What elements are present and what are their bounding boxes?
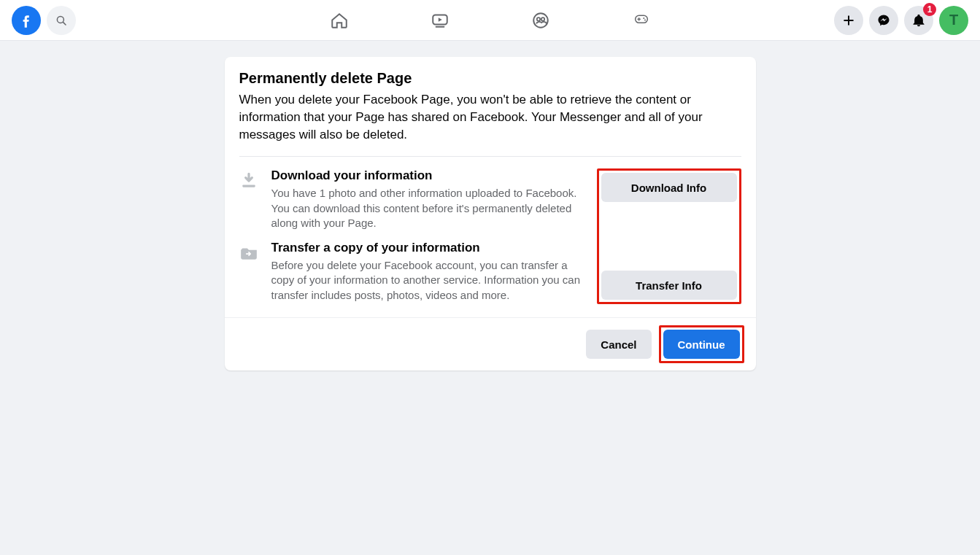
svg-line-1 [63,22,66,25]
download-info-button[interactable]: Download Info [601,173,737,202]
transfer-row: Transfer a copy of your information Befo… [239,241,582,303]
notifications-button[interactable]: 1 [904,6,933,35]
bell-icon [911,13,926,28]
continue-button[interactable]: Continue [663,330,740,359]
top-nav-right: 1 T [834,6,968,35]
facebook-logo[interactable] [12,6,41,35]
top-nav: 1 T [0,0,980,41]
card-footer: Cancel Continue [225,317,756,370]
card-title: Permanently delete Page [239,70,741,87]
action-highlight: Download Info Transfer Info [597,168,741,304]
divider [239,156,741,157]
delete-page-card: Permanently delete Page When you delete … [225,57,756,370]
continue-highlight: Continue [659,325,744,363]
watch-icon [431,11,450,30]
home-icon [330,11,349,30]
svg-point-5 [536,18,539,20]
gaming-icon [631,13,652,28]
cancel-button[interactable]: Cancel [586,330,651,359]
messenger-icon [876,13,891,28]
nav-gaming[interactable] [631,10,652,31]
card-description: When you delete your Facebook Page, you … [239,91,741,143]
search-button[interactable] [47,6,76,35]
nav-home[interactable] [329,10,350,31]
transfer-description: Before you delete your Facebook account,… [271,258,582,303]
groups-icon [531,11,550,30]
search-icon [55,14,68,27]
facebook-icon [17,11,36,30]
create-button[interactable] [834,6,863,35]
download-description: You have 1 photo and other information u… [271,186,582,230]
nav-watch[interactable] [430,10,450,31]
transfer-info-button[interactable]: Transfer Info [601,271,737,300]
download-row: Download your information You have 1 pho… [239,168,582,230]
svg-point-10 [643,18,644,19]
svg-point-6 [541,18,544,20]
profile-avatar[interactable]: T [939,6,968,35]
svg-point-11 [644,20,646,21]
plus-icon [841,13,856,28]
card-body: Permanently delete Page When you delete … [225,57,756,317]
page: Permanently delete Page When you delete … [0,41,980,370]
download-text: Download your information You have 1 pho… [271,168,582,230]
notifications-badge: 1 [923,3,936,16]
svg-rect-7 [635,15,647,23]
download-icon [239,171,261,193]
transfer-icon [239,244,261,265]
svg-point-4 [533,13,548,28]
action-column: Download Info Transfer Info [597,168,741,304]
transfer-text: Transfer a copy of your information Befo… [271,241,582,303]
svg-rect-14 [242,185,255,187]
transfer-title: Transfer a copy of your information [271,241,582,255]
top-nav-left [12,6,76,35]
nav-groups[interactable] [530,10,551,31]
top-nav-center [329,0,652,41]
messenger-button[interactable] [869,6,898,35]
download-title: Download your information [271,168,582,183]
